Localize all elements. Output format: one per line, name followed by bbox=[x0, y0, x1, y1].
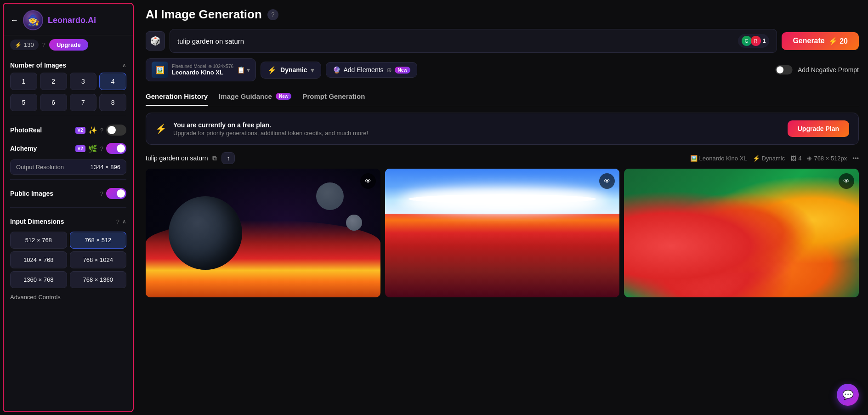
photoreal-help[interactable]: ? bbox=[100, 127, 103, 134]
divider-3 bbox=[10, 207, 126, 208]
number-of-images-header: Number of Images ∧ bbox=[10, 56, 126, 73]
public-images-row: Public Images ? bbox=[10, 184, 126, 203]
num-btn-1[interactable]: 1 bbox=[10, 73, 37, 90]
chat-icon: 💬 bbox=[842, 389, 854, 400]
gen-dimensions: 768 × 512px bbox=[814, 155, 847, 162]
tab-gen-history-label: Generation History bbox=[146, 92, 208, 100]
planet-small bbox=[316, 182, 344, 210]
num-btn-3[interactable]: 3 bbox=[70, 73, 97, 90]
sidebar: ← 🧙 Leonardo.Ai ⚡ 130 ? Upgrade Number o… bbox=[3, 3, 134, 412]
num-btn-5[interactable]: 5 bbox=[10, 94, 37, 111]
token-icon: ⚡ bbox=[15, 42, 22, 48]
num-btn-6[interactable]: 6 bbox=[40, 94, 67, 111]
dim-btn-768x1024[interactable]: 768 × 1024 bbox=[70, 251, 127, 268]
num-btn-7[interactable]: 7 bbox=[70, 94, 97, 111]
advanced-controls[interactable]: Advanced Controls bbox=[10, 288, 126, 302]
image-tulips-close bbox=[624, 169, 859, 297]
gen-style-name: Dynamic bbox=[762, 155, 785, 162]
tab-image-guidance-label: Image Guidance bbox=[219, 92, 272, 100]
output-resolution-box: Output Resolution 1344 × 896 bbox=[10, 159, 126, 175]
banner-title: You are currently on a free plan. bbox=[173, 121, 781, 129]
neg-prompt-toggle[interactable] bbox=[775, 65, 792, 74]
user-avatar-green: G bbox=[742, 36, 752, 46]
dim-btn-1360x768[interactable]: 1360 × 768 bbox=[10, 271, 67, 288]
upgrade-button[interactable]: Upgrade bbox=[49, 39, 88, 51]
back-button[interactable]: ← bbox=[10, 16, 18, 25]
prompt-icon-box[interactable]: 🎲 bbox=[146, 31, 165, 51]
model-tag: Finetuned Model ⊕ 1024×576 bbox=[172, 64, 233, 69]
num-btn-4[interactable]: 4 bbox=[99, 73, 126, 90]
public-images-label: Public Images bbox=[10, 190, 97, 197]
chat-button[interactable]: 💬 bbox=[837, 384, 859, 406]
style-name: Dynamic bbox=[280, 66, 307, 74]
gen-meta: 🖼️ Leonardo Kino XL ⚡ Dynamic 🖼 4 ⊕ 768 … bbox=[690, 155, 859, 162]
upgrade-plan-button[interactable]: Upgrade Plan bbox=[788, 120, 849, 137]
num-btn-2[interactable]: 2 bbox=[40, 73, 67, 90]
alchemy-toggle[interactable] bbox=[106, 143, 126, 154]
gen-model-name: Leonardo Kino XL bbox=[699, 155, 747, 162]
dim-btn-512x768[interactable]: 512 × 768 bbox=[10, 232, 67, 249]
style-selector[interactable]: ⚡ Dynamic ▾ bbox=[261, 62, 321, 79]
user-avatar-red: R bbox=[751, 36, 761, 46]
dim-grid: 512 × 768 768 × 512 1024 × 768 768 × 102… bbox=[10, 232, 126, 288]
dim-btn-768x1360[interactable]: 768 × 1360 bbox=[70, 271, 127, 288]
alchemy-badge: V2 bbox=[75, 145, 85, 152]
elements-label: Add Elements bbox=[343, 66, 383, 74]
model-thumb: 🖼️ bbox=[152, 62, 168, 78]
page-title: AI Image Generation bbox=[146, 7, 262, 22]
token-help-icon[interactable]: ? bbox=[42, 41, 45, 48]
photoreal-toggle[interactable] bbox=[106, 125, 126, 136]
input-dimensions-header: Input Dimensions ? ∧ bbox=[10, 212, 126, 229]
number-grid-2: 5 6 7 8 bbox=[10, 94, 126, 111]
photoreal-icon: ✨ bbox=[88, 126, 97, 135]
photoreal-badge: V2 bbox=[75, 127, 85, 134]
planet-large bbox=[169, 196, 242, 270]
model-icon: 🖼️ bbox=[690, 155, 698, 162]
neg-prompt-row: Add Negative Prompt bbox=[774, 64, 859, 75]
gen-meta-model: 🖼️ Leonardo Kino XL bbox=[690, 155, 747, 162]
page-help-icon[interactable]: ? bbox=[267, 9, 278, 20]
dim-btn-768x512[interactable]: 768 × 512 bbox=[70, 232, 127, 249]
tab-prompt-generation[interactable]: Prompt Generation bbox=[302, 89, 365, 106]
sidebar-header: ← 🧙 Leonardo.Ai bbox=[4, 4, 133, 35]
prompt-user-icons: G R 1 bbox=[738, 34, 770, 48]
model-info: Finetuned Model ⊕ 1024×576 Leonardo Kino… bbox=[172, 64, 233, 76]
generate-button[interactable]: Generate ⚡ 20 bbox=[782, 32, 859, 50]
model-selector[interactable]: 🖼️ Finetuned Model ⊕ 1024×576 Leonardo K… bbox=[146, 58, 256, 81]
gen-more-icon[interactable]: ••• bbox=[852, 155, 859, 162]
alchemy-help[interactable]: ? bbox=[100, 145, 103, 152]
input-dim-chevron[interactable]: ∧ bbox=[122, 218, 126, 225]
gen-count-icon: 🖼 bbox=[790, 155, 796, 162]
user-count-badge: 1 bbox=[763, 38, 766, 44]
model-bar: 🖼️ Finetuned Model ⊕ 1024×576 Leonardo K… bbox=[146, 58, 859, 81]
upgrade-banner: ⚡ You are currently on a free plan. Upgr… bbox=[146, 113, 859, 145]
output-resolution-value: 1344 × 896 bbox=[91, 164, 120, 171]
output-resolution-label: Output Resolution bbox=[16, 164, 64, 171]
elements-new-badge: New bbox=[395, 67, 411, 74]
gen-copy-icon[interactable]: ⧉ bbox=[212, 154, 217, 162]
dim-btn-1024x768[interactable]: 1024 × 768 bbox=[10, 251, 67, 268]
elements-button[interactable]: 🔮 Add Elements ⊕ New bbox=[326, 62, 417, 78]
image-3-eye-button[interactable]: 👁 bbox=[839, 173, 854, 189]
tab-image-guidance[interactable]: Image Guidance New bbox=[219, 89, 291, 106]
gen-dims-icon: ⊕ bbox=[807, 155, 812, 162]
image-space bbox=[146, 169, 380, 297]
divider-2 bbox=[10, 179, 126, 180]
images-grid: 👁 👁 👁 bbox=[146, 169, 859, 297]
gen-style-icon: ⚡ bbox=[753, 155, 760, 162]
alchemy-row: Alchemy V2 🌿 ? bbox=[10, 139, 126, 158]
num-btn-8[interactable]: 8 bbox=[99, 94, 126, 111]
public-images-toggle[interactable] bbox=[106, 188, 126, 199]
add-elements-icon: ⊕ bbox=[386, 66, 392, 74]
public-images-help[interactable]: ? bbox=[100, 190, 103, 197]
token-badge: ⚡ 130 bbox=[10, 40, 39, 50]
model-copy-icon: 📋 bbox=[237, 66, 245, 74]
image-1-eye-button[interactable]: 👁 bbox=[360, 173, 376, 189]
number-of-images-chevron[interactable]: ∧ bbox=[122, 62, 126, 68]
tabs-row: Generation History Image Guidance New Pr… bbox=[146, 89, 859, 106]
prompt-input[interactable] bbox=[177, 37, 733, 45]
tab-generation-history[interactable]: Generation History bbox=[146, 89, 208, 106]
token-row: ⚡ 130 ? Upgrade bbox=[4, 35, 133, 56]
input-dim-help[interactable]: ? bbox=[116, 218, 119, 225]
gen-upload-button[interactable]: ↑ bbox=[221, 152, 235, 164]
